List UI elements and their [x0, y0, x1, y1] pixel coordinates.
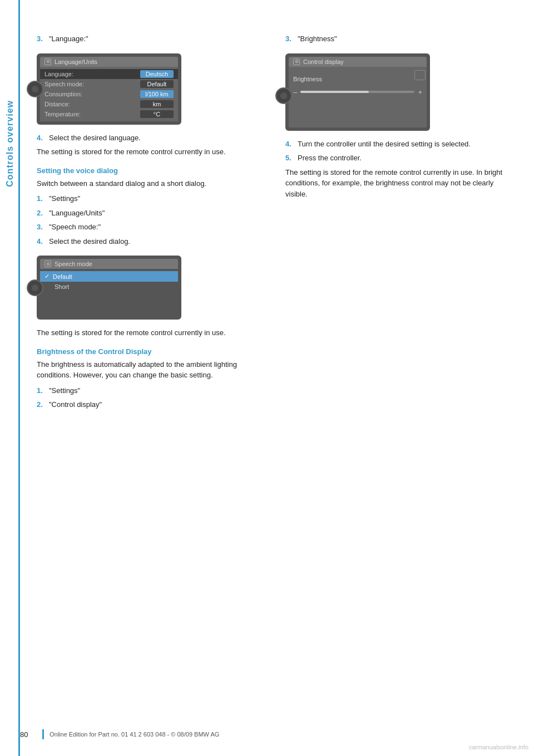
step-5-brightness-text: Press the controller.	[298, 153, 362, 164]
brightness-minus-icon: –	[293, 88, 297, 96]
brightness-padding	[293, 102, 422, 119]
step-3-text: "Language:"	[49, 33, 88, 45]
language-screen: ⚙ Language/Units Language: Deutsch Speec…	[37, 53, 181, 125]
voice-step-3-num: 3.	[37, 222, 46, 233]
brightness-screen-title: Control display	[303, 58, 344, 65]
step-3-brightness-num: 3.	[285, 33, 294, 45]
sidebar-label: Controls overview	[5, 100, 15, 187]
brightness-intro: The brightness is automatically adapted …	[37, 359, 263, 381]
voice-step-2-text: "Language/Units"	[49, 208, 105, 219]
main-content: 3. "Language:" ⚙ Language/Units Language…	[20, 0, 534, 756]
language-screen-wrapper: ⚙ Language/Units Language: Deutsch Speec…	[37, 48, 181, 132]
sidebar-bar	[18, 0, 20, 756]
para-brightness-stored: The setting is stored for the remote con…	[285, 167, 512, 200]
step-4-brightness: 4. Turn the controller until the desired…	[285, 139, 512, 150]
voice-step-1-num: 1.	[37, 193, 46, 204]
sidebar: Controls overview	[0, 0, 20, 756]
brightness-screen-title-bar: ⚙ Control display	[289, 57, 427, 67]
step-4-brightness-num: 4.	[285, 139, 294, 150]
brightness-step-1-num: 1.	[37, 385, 46, 396]
step-3-brightness: 3. "Brightness"	[285, 33, 512, 45]
language-row-3: Distance: km	[40, 99, 178, 109]
brightness-heading: Brightness of the Control Display	[37, 347, 263, 356]
language-label-4: Temperature:	[44, 111, 140, 117]
language-value-1: Default	[140, 80, 174, 88]
para-language-stored: The setting is stored for the remote con…	[37, 146, 263, 158]
voice-step-4-text: Select the desired dialog.	[49, 236, 130, 247]
footer: 80 Online Edition for Part no. 01 41 2 6…	[20, 729, 534, 739]
voice-step-4: 4. Select the desired dialog.	[37, 236, 263, 247]
step-4-language: 4. Select the desired language.	[37, 132, 263, 144]
step-4-text: Select the desired language.	[49, 132, 141, 144]
brightness-menu-button	[414, 70, 426, 80]
step-4-num: 4.	[37, 132, 46, 144]
language-screen-body: Language: Deutsch Speech mode: Default C…	[40, 67, 178, 121]
footer-bar	[42, 729, 44, 739]
voice-step-1-text: "Settings"	[49, 193, 80, 204]
brightness-step-1-text: "Settings"	[49, 385, 80, 396]
voice-step-3: 3. "Speech mode:"	[37, 222, 263, 233]
footer-text: Online Edition for Part no. 01 41 2 603 …	[50, 731, 219, 738]
speech-screen-body: ✓ Default Short	[40, 269, 178, 316]
para-speech-stored: The setting is stored for the remote con…	[37, 327, 263, 338]
language-label-0: Language:	[44, 71, 140, 77]
step-3-num: 3.	[37, 33, 46, 45]
brightness-screen-wrapper: ⚙ Control display Brightness – +	[285, 48, 430, 139]
controller-inner	[32, 86, 38, 92]
brightness-track	[300, 91, 414, 93]
language-row-4: Temperature: °C	[40, 109, 178, 119]
language-label-3: Distance:	[44, 101, 140, 107]
brightness-icon: ⚙	[293, 58, 300, 65]
speech-screen-padding	[40, 292, 178, 314]
brightness-body: Brightness – +	[289, 67, 427, 127]
brightness-label: Brightness	[293, 76, 422, 82]
speech-row-short: Short	[40, 282, 178, 292]
language-value-4: °C	[140, 110, 174, 118]
controller-inner-speech	[32, 284, 38, 291]
page-number: 80	[20, 730, 37, 739]
speech-row-default: ✓ Default	[40, 271, 178, 282]
step-3-language: 3. "Language:"	[37, 33, 263, 45]
voice-step-3-text: "Speech mode:"	[49, 222, 101, 233]
step-4-brightness-text: Turn the controller until the desired se…	[298, 139, 471, 150]
speech-option-default: Default	[53, 273, 72, 280]
language-screen-title: Language/Units	[55, 58, 97, 65]
controller-inner-brightness	[280, 92, 287, 99]
brightness-step-2: 2. "Control display"	[37, 399, 263, 410]
language-row-2: Consumption: l/100 km	[40, 89, 178, 99]
speech-mode-screen: ⚙ Speech mode ✓ Default Short	[37, 256, 181, 320]
controller-knob-brightness	[275, 87, 292, 104]
speech-icon: ⚙	[44, 261, 51, 267]
brightness-plus-icon: +	[418, 88, 422, 96]
left-column: 3. "Language:" ⚙ Language/Units Language…	[37, 33, 263, 414]
language-value-0: Deutsch	[140, 70, 174, 78]
section-voice-heading: Setting the voice dialog	[37, 166, 263, 175]
watermark: carmanualsonline.info	[469, 744, 528, 750]
voice-step-1: 1. "Settings"	[37, 193, 263, 204]
language-label-1: Speech mode:	[44, 81, 140, 87]
language-label-2: Consumption:	[44, 91, 140, 97]
language-screen-title-bar: ⚙ Language/Units	[40, 57, 178, 67]
speech-screen-title: Speech mode	[55, 261, 92, 267]
language-value-2: l/100 km	[140, 90, 174, 98]
settings-icon: ⚙	[44, 58, 51, 65]
step-3-brightness-text: "Brightness"	[298, 33, 337, 45]
checkmark-icon: ✓	[44, 273, 50, 280]
speech-screen-wrapper: ⚙ Speech mode ✓ Default Short	[37, 250, 181, 327]
speech-option-short: Short	[55, 283, 69, 290]
controller-knob-speech	[27, 279, 43, 296]
language-row-0: Language: Deutsch	[40, 69, 178, 79]
speech-screen-title-bar: ⚙ Speech mode	[40, 259, 178, 269]
brightness-screen: ⚙ Control display Brightness – +	[285, 53, 430, 131]
language-value-3: km	[140, 100, 174, 108]
section-voice-intro: Switch between a standard dialog and a s…	[37, 178, 263, 189]
step-5-brightness-num: 5.	[285, 153, 294, 164]
columns: 3. "Language:" ⚙ Language/Units Language…	[37, 33, 512, 414]
step-5-brightness: 5. Press the controller.	[285, 153, 512, 164]
brightness-fill	[300, 91, 369, 93]
brightness-step-1: 1. "Settings"	[37, 385, 263, 396]
voice-step-4-num: 4.	[37, 236, 46, 247]
brightness-step-2-text: "Control display"	[49, 399, 102, 410]
brightness-step-2-num: 2.	[37, 399, 46, 410]
right-column: 3. "Brightness" ⚙ Control display Bright…	[285, 33, 512, 414]
